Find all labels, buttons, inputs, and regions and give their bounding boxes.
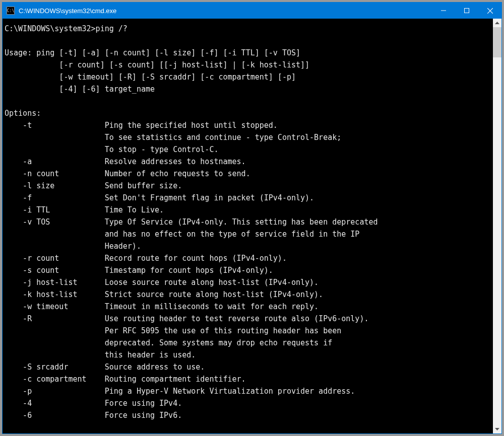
terminal-line: deprecated. Some systems may drop echo r… [5,337,491,349]
terminal-line: -4 Force using IPv4. [5,397,491,409]
window-title: C:\WINDOWS\system32\cmd.exe [19,7,432,15]
terminal-line: -j host-list Loose source route along ho… [5,276,491,288]
terminal-line: -n count Number of echo requests to send… [5,168,491,180]
terminal-line: -i TTL Time To Live. [5,204,491,216]
terminal-line: -6 Force using IPv6. [5,409,491,421]
vertical-scrollbar[interactable] [493,19,501,433]
terminal-line [5,35,491,47]
terminal-line [5,421,491,433]
terminal-line: [-r count] [-s count] [[-j host-list] | … [5,59,491,71]
terminal-output[interactable]: C:\WINDOWS\system32>ping /? Usage: ping … [3,19,493,433]
terminal-line: Options: [5,107,491,119]
terminal-line: C:\WINDOWS\system32>ping /? [5,23,491,35]
terminal-line: To stop - type Control-C. [5,143,491,156]
terminal-line: -v TOS Type Of Service (IPv4-only. This … [5,216,491,228]
cmd-icon: C:\ [7,7,15,15]
terminal-line: -k host-list Strict source route along h… [5,288,491,301]
terminal-line: [-w timeout] [-R] [-S srcaddr] [-c compa… [5,71,491,83]
terminal-line: -s count Timestamp for count hops (IPv4-… [5,264,491,276]
window-controls [432,3,501,19]
terminal-line: -c compartment Routing compartment ident… [5,373,491,385]
terminal-line: -a Resolve addresses to hostnames. [5,156,491,168]
terminal-line: Usage: ping [-t] [-a] [-n count] [-l siz… [5,47,491,59]
terminal-line: and has no effect on the type of service… [5,228,491,240]
scroll-down-button[interactable] [493,425,501,433]
terminal-line: [-4] [-6] target_name [5,83,491,95]
cmd-window: C:\ C:\WINDOWS\system32\cmd.exe C:\WINDO… [2,2,502,434]
minimize-button[interactable] [432,3,455,19]
terminal-line: -f Set Don't Fragment flag in packet (IP… [5,192,491,204]
terminal-line: -w timeout Timeout in milliseconds to wa… [5,301,491,313]
svg-rect-1 [465,9,469,13]
terminal-line: -S srcaddr Source address to use. [5,361,491,373]
terminal-line: -l size Send buffer size. [5,180,491,192]
svg-marker-4 [495,22,499,24]
client-area: C:\WINDOWS\system32>ping /? Usage: ping … [3,19,501,433]
titlebar[interactable]: C:\ C:\WINDOWS\system32\cmd.exe [3,3,501,19]
terminal-line: -p Ping a Hyper-V Network Virtualization… [5,385,491,397]
maximize-button[interactable] [455,3,478,19]
close-button[interactable] [478,3,501,19]
terminal-line: -t Ping the specified host until stopped… [5,119,491,131]
svg-marker-5 [495,428,499,430]
terminal-line: this header is used. [5,349,491,361]
terminal-line: -R Use routing header to test reverse ro… [5,313,491,325]
terminal-line: Per RFC 5095 the use of this routing hea… [5,325,491,337]
scroll-thumb[interactable] [493,27,501,57]
terminal-line: -r count Record route for count hops (IP… [5,252,491,264]
terminal-line: To see statistics and continue - type Co… [5,131,491,143]
terminal-line: Header). [5,240,491,252]
scroll-up-button[interactable] [493,19,501,27]
scroll-track[interactable] [493,27,501,425]
terminal-line [5,95,491,107]
